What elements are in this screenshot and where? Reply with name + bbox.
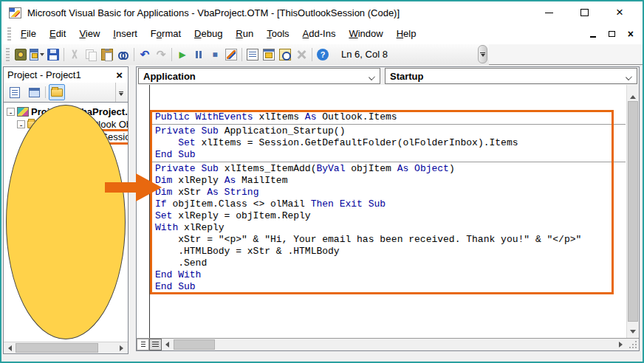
code-line: End Sub — [155, 149, 626, 161]
full-module-view-button[interactable] — [149, 339, 162, 350]
code-line: Private Sub xlItems_ItemAdd(ByVal objIte… — [155, 163, 626, 175]
menu-insert[interactable]: Insert — [106, 24, 144, 44]
menu-file[interactable]: File — [14, 24, 43, 44]
maximize-icon[interactable] — [579, 7, 589, 18]
save-button[interactable] — [45, 46, 61, 63]
toolbox-button[interactable] — [293, 46, 309, 63]
project-tree: -Project1 (VbaProject.OTM)-Microsoft Out… — [4, 103, 128, 342]
procedure-dropdown-value: Startup — [390, 71, 424, 82]
toolbox-icon — [295, 49, 307, 60]
dropdown-arrow-icon[interactable] — [40, 53, 44, 56]
find-icon — [117, 49, 129, 60]
scroll-left-icon[interactable] — [8, 345, 12, 351]
project-panel-header: Project - Project1 × — [4, 67, 128, 83]
insert-userform-button[interactable] — [29, 46, 45, 63]
window-controls: × — [544, 7, 625, 18]
object-browser-button[interactable] — [277, 46, 293, 63]
menu-window[interactable]: Window — [342, 24, 389, 44]
view-object-icon — [29, 88, 40, 97]
view-object-button[interactable] — [26, 84, 42, 100]
chevron-down-icon — [626, 74, 632, 80]
minimize-icon[interactable] — [544, 7, 554, 18]
code-line: Set xlItems = Session.GetDefaultFolder(o… — [155, 137, 626, 149]
toolbar-separator — [242, 48, 242, 61]
code-editor-area[interactable]: Public WithEvents xlItems As Outlook.Ite… — [137, 85, 639, 338]
view-code-icon — [10, 87, 20, 98]
panel-splitter[interactable] — [129, 66, 136, 354]
view-code-button[interactable] — [7, 84, 23, 100]
scroll-up-icon[interactable] — [630, 95, 636, 99]
break-icon — [193, 49, 205, 60]
procedure-separator — [155, 161, 626, 163]
mdi-window-controls: × — [590, 30, 634, 38]
mdi-close-icon[interactable]: × — [628, 30, 634, 38]
menu-help[interactable]: Help — [390, 24, 423, 44]
vscroll-thumb[interactable] — [628, 101, 638, 322]
run-sub-button[interactable]: ▶ — [174, 46, 191, 63]
menubar-grip-handle[interactable] — [7, 27, 11, 41]
menu-format[interactable]: Format — [144, 24, 188, 44]
object-dropdown[interactable]: Application — [138, 68, 380, 84]
scroll-left-icon[interactable] — [165, 342, 169, 348]
cut-button[interactable] — [66, 46, 83, 63]
resize-grip[interactable] — [628, 340, 637, 349]
break-button[interactable] — [191, 46, 207, 63]
procedure-dropdown[interactable]: Startup — [385, 68, 637, 84]
project-panel-hscrollbar[interactable] — [4, 342, 128, 353]
code-line: .Send — [155, 257, 626, 269]
menu-addins[interactable]: Add-Ins — [296, 24, 343, 44]
copy-button[interactable] — [83, 46, 99, 63]
redo-icon: ↷ — [155, 49, 167, 60]
close-icon[interactable]: × — [614, 7, 625, 18]
toggle-folders-icon — [51, 89, 63, 97]
menu-run[interactable]: Run — [229, 24, 260, 44]
vba-app-icon — [9, 7, 21, 18]
properties-window-icon — [263, 49, 275, 60]
scroll-right-icon[interactable] — [120, 345, 123, 351]
code-hscrollbar[interactable] — [162, 339, 639, 350]
tree-item-thisoutlooksession[interactable]: ThisOutlookSession — [4, 131, 128, 143]
standard-toolbar: ↶↷▶■? Ln 6, Col 8 — [1, 44, 489, 65]
hscroll-thumb[interactable] — [16, 343, 98, 353]
cut-icon — [69, 49, 80, 60]
undo-button[interactable]: ↶ — [137, 46, 153, 63]
redo-button[interactable]: ↷ — [153, 46, 169, 63]
outlook-session-icon — [37, 131, 48, 142]
toolbar-separator — [45, 86, 46, 98]
hscroll-thumb[interactable] — [174, 339, 215, 350]
toolbar-separator — [171, 48, 172, 61]
project-explorer-button[interactable] — [244, 46, 261, 63]
menu-debug[interactable]: Debug — [188, 24, 229, 44]
reset-button[interactable]: ■ — [207, 46, 223, 63]
scroll-right-icon[interactable] — [619, 342, 623, 348]
window-title: Microsoft Visual Basic for Applications … — [27, 7, 400, 18]
design-mode-button[interactable] — [223, 46, 239, 63]
paste-icon — [101, 49, 113, 60]
menu-tools[interactable]: Tools — [260, 24, 295, 44]
project-explorer-icon — [247, 49, 258, 60]
scroll-down-icon[interactable] — [630, 330, 636, 333]
menu-view[interactable]: View — [72, 24, 106, 44]
collapse-icon[interactable]: - — [7, 108, 15, 116]
toggle-folders-button[interactable] — [49, 84, 65, 100]
find-button[interactable] — [115, 46, 131, 63]
design-mode-icon — [225, 49, 237, 60]
code-line: Dim xlReply As MailItem — [155, 175, 626, 187]
panel-toolbar-options-icon[interactable] — [115, 83, 125, 102]
code-line: With xlReply — [155, 222, 626, 234]
mdi-restore-icon[interactable] — [609, 31, 615, 37]
toolbar-separator — [64, 48, 64, 61]
project-panel-close-icon[interactable]: × — [114, 70, 124, 80]
toolbar-options-icon[interactable] — [478, 45, 487, 63]
code-vscrollbar[interactable] — [626, 85, 639, 338]
paste-button[interactable] — [99, 46, 115, 63]
properties-window-button[interactable] — [261, 46, 277, 63]
help-button[interactable]: ? — [315, 46, 331, 63]
menu-edit[interactable]: Edit — [43, 24, 72, 44]
view-microsoft-outlook-button[interactable] — [13, 46, 29, 63]
procedure-view-button[interactable] — [137, 339, 149, 350]
mdi-minimize-icon[interactable] — [590, 36, 596, 38]
collapse-icon[interactable]: - — [17, 120, 25, 128]
project-icon — [17, 107, 29, 117]
toolbar-grip-handle[interactable] — [6, 48, 10, 61]
